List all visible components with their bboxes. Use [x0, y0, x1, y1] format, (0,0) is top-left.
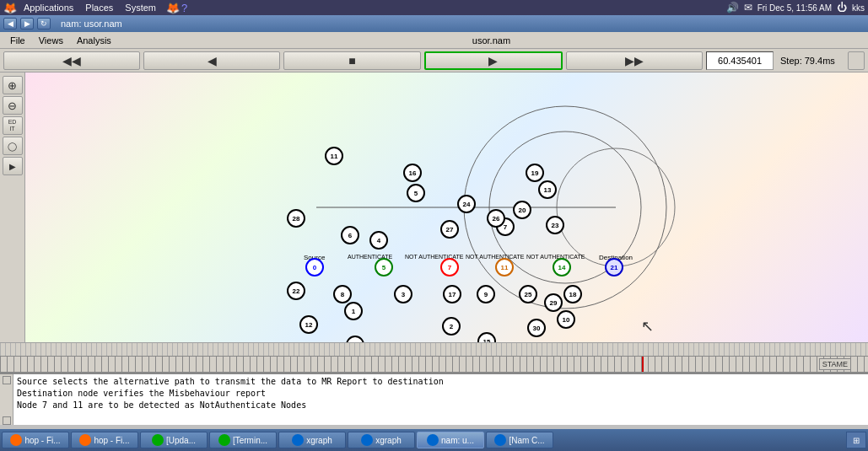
node-4[interactable]: 4 [369, 231, 388, 250]
user-label: kks [852, 3, 865, 13]
node-18[interactable]: 18 [563, 285, 582, 303]
stop-button[interactable]: ■ [283, 51, 420, 70]
node-28[interactable]: 28 [287, 209, 305, 228]
node-15[interactable]: 15 [477, 332, 496, 342]
log-scroll-down[interactable] [3, 416, 11, 425]
taskbar-end-icon: ⊞ [853, 436, 860, 445]
log-line-1: Source selects the alternative path to t… [17, 376, 865, 388]
places-menu[interactable]: Places [80, 2, 118, 13]
views-menu[interactable]: Views [32, 34, 70, 47]
cursor: ↖ [641, 317, 654, 336]
step-display: Step: 79.4ms [777, 51, 844, 70]
email-icon[interactable]: ✉ [744, 2, 752, 13]
taskbar-item-5[interactable]: xgraph [348, 432, 415, 448]
node-3[interactable]: 3 [394, 285, 412, 303]
taskbar-icon-7 [494, 434, 506, 446]
playback-toolbar: ◀◀ ◀ ■ ▶ ▶▶ 60.435401 Step: 79.4ms [0, 49, 868, 72]
window-titlebar: ◀ ▶ ↻ nam: usor.nam [0, 15, 868, 32]
fast-forward-button[interactable]: ▶▶ [566, 51, 703, 70]
node-1[interactable]: 1 [344, 302, 363, 320]
back-button[interactable]: ◀ [3, 18, 17, 30]
system-menu[interactable]: System [120, 2, 161, 13]
timeline-label: STAME [819, 358, 851, 370]
horizontal-scrollbar[interactable] [0, 342, 868, 356]
node-23[interactable]: 23 [546, 216, 564, 234]
options-button[interactable] [848, 51, 865, 70]
taskbar-icon-0 [10, 434, 22, 446]
node-6[interactable]: 6 [341, 226, 359, 244]
node-12[interactable]: 12 [299, 315, 318, 334]
log-scroll-up[interactable] [3, 376, 11, 384]
node-9[interactable]: 9 [477, 285, 495, 303]
node-20b[interactable]: 20 [346, 336, 364, 342]
node-22[interactable]: 22 [287, 282, 305, 300]
rewind-button[interactable]: ◀ [143, 51, 280, 70]
refresh-button[interactable]: ↻ [37, 18, 51, 30]
node-0-source[interactable]: 0 [305, 258, 324, 277]
node-8[interactable]: 8 [333, 285, 352, 303]
timeline-inner: STAME [0, 357, 868, 372]
node-21-dest[interactable]: 21 [605, 258, 623, 277]
clock: Fri Dec 5, 11:56 AM [757, 3, 832, 13]
zoom-in-button[interactable]: ⊕ [3, 76, 23, 94]
node-7-red[interactable]: 7 [440, 258, 459, 277]
taskbar-label-0: hop - Fi... [24, 436, 60, 445]
taskbar-item-4[interactable]: xgraph [278, 432, 346, 448]
taskbar-icon-5 [361, 434, 373, 446]
node-10[interactable]: 10 [557, 310, 575, 329]
taskbar-item-2[interactable]: [Upda... [140, 432, 208, 448]
taskbar-end-button[interactable]: ⊞ [846, 432, 866, 448]
node-26[interactable]: 26 [487, 209, 505, 228]
system-tray: 🔊 ✉ Fri Dec 5, 11:56 AM ⏻ kks [726, 2, 865, 13]
taskbar-item-7[interactable]: [Nam C... [486, 432, 553, 448]
node-14-green[interactable]: 14 [553, 258, 571, 277]
taskbar-label-7: [Nam C... [509, 436, 544, 445]
volume-icon[interactable]: 🔊 [726, 2, 739, 13]
log-content: Source selects the alternative path to t… [13, 374, 868, 425]
node-16[interactable]: 16 [403, 164, 422, 182]
select-button[interactable]: ◯ [3, 137, 23, 155]
node-11[interactable]: 11 [325, 147, 343, 165]
log-line-3: Node 7 and 11 are to be detected as NotA… [17, 400, 865, 411]
run-button[interactable]: ▶ [3, 157, 23, 175]
node-24[interactable]: 24 [457, 195, 476, 213]
network-canvas[interactable]: 11 16 5 19 24 28 20 7 13 6 4 27 26 23 So… [25, 72, 868, 342]
taskbar-item-6[interactable]: nam: u... [417, 432, 484, 448]
applications-menu[interactable]: Applications [19, 2, 78, 13]
timeline-marker [642, 357, 644, 372]
node-5-green[interactable]: 5 [375, 258, 393, 277]
svg-point-2 [557, 148, 675, 266]
taskbar-item-3[interactable]: [Termin... [209, 432, 277, 448]
node-13[interactable]: 13 [538, 180, 557, 199]
node-19[interactable]: 19 [526, 164, 544, 182]
analysis-menu[interactable]: Analysis [70, 34, 118, 47]
top-menubar: 🦊 Applications Places System 🦊 ? 🔊 ✉ Fri… [0, 0, 868, 15]
taskbar-icon-2 [152, 434, 164, 446]
edit-button[interactable]: EDIT [3, 116, 23, 135]
node-20[interactable]: 20 [513, 201, 531, 219]
log-line-2: Destination node verifies the Misbehavio… [17, 388, 865, 400]
log-sidebar [0, 374, 13, 425]
timeline[interactable]: STAME [0, 356, 868, 373]
window-title: nam: usor.nam [61, 19, 122, 29]
node-27[interactable]: 27 [440, 220, 459, 239]
play-button[interactable]: ▶ [424, 51, 563, 70]
taskbar-item-0[interactable]: hop - Fi... [2, 432, 69, 448]
taskbar-item-1[interactable]: hop - Fi... [71, 432, 138, 448]
taskbar-label-3: [Termin... [233, 436, 267, 445]
node-29[interactable]: 29 [544, 293, 563, 312]
taskbar-icon-6 [427, 434, 439, 446]
node-30[interactable]: 30 [527, 319, 546, 337]
node-11-orange[interactable]: 11 [495, 258, 514, 277]
node-17[interactable]: 17 [443, 285, 461, 303]
node-25[interactable]: 25 [519, 285, 537, 303]
left-toolbar: ⊕ ⊖ EDIT ◯ ▶ [0, 72, 25, 342]
node-2[interactable]: 2 [442, 317, 461, 336]
rewind-fast-button[interactable]: ◀◀ [3, 51, 140, 70]
zoom-out-button[interactable]: ⊖ [3, 96, 23, 115]
file-menu[interactable]: File [3, 34, 32, 47]
power-icon[interactable]: ⏻ [837, 2, 847, 13]
forward-button[interactable]: ▶ [20, 18, 34, 30]
taskbar-icon-4 [292, 434, 304, 446]
node-5[interactable]: 5 [407, 184, 425, 202]
